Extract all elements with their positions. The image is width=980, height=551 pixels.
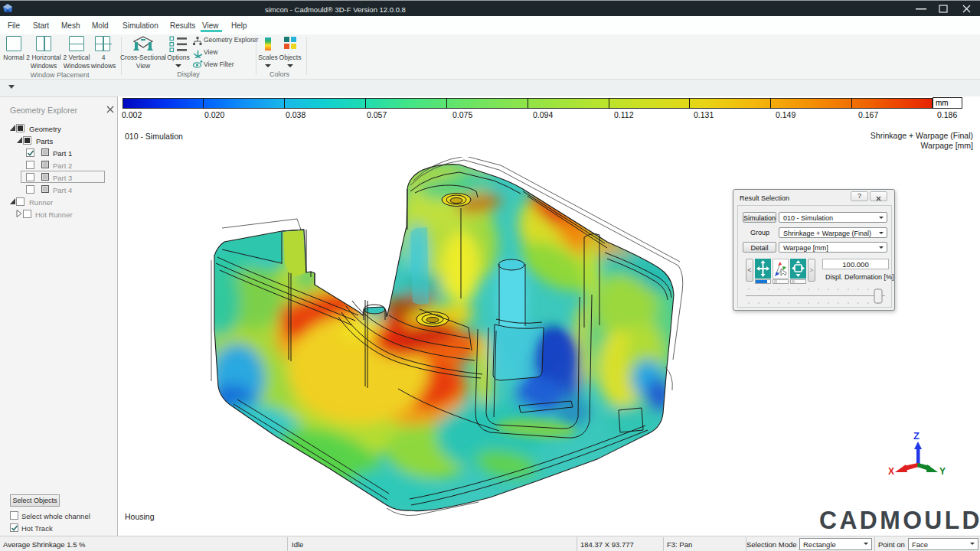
svg-text:Y: Y xyxy=(939,466,946,477)
svg-text:X: X xyxy=(888,466,894,477)
svg-text:Z: Z xyxy=(913,430,920,442)
